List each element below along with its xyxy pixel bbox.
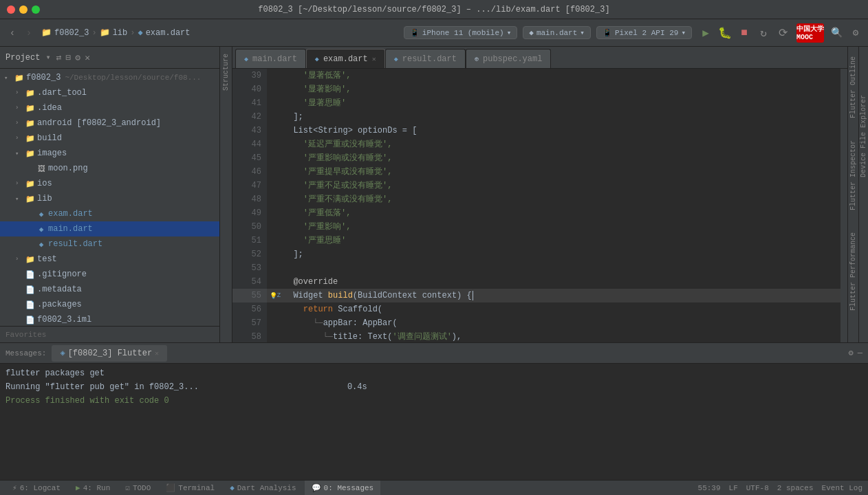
left-vertical-tabs: Structure (220, 47, 232, 342)
search-everywhere-icon[interactable]: 🔍 (829, 26, 843, 40)
breadcrumb-lib[interactable]: lib (113, 28, 128, 38)
tree-label: .gitignore (37, 270, 87, 279)
pixel-label: Pixel 2 API 29 (615, 29, 678, 37)
project-sidebar: Project ▾ ⇄ ⊟ ⚙ ✕ ▾ 📁 f0802_3 ~/Desktop/… (0, 47, 220, 342)
tree-item-test[interactable]: › 📁 test (0, 252, 219, 267)
settings-icon[interactable]: ⚙ (75, 52, 80, 63)
cursor-position[interactable]: 55:39 (698, 484, 721, 492)
tree-item-iml[interactable]: › 📄 f0802_3.iml (0, 312, 219, 326)
dart-analysis-tab[interactable]: ◆ Dart Analysis (223, 481, 303, 496)
line-num: 58 (232, 330, 267, 342)
event-log[interactable]: Event Log (822, 484, 862, 492)
debug-button[interactable]: 🐛 (717, 25, 733, 41)
indent-settings[interactable]: 2 spaces (777, 484, 814, 492)
sync-icon[interactable]: ⇄ (56, 52, 62, 63)
line-num: 53 (232, 261, 267, 275)
close-button[interactable] (7, 6, 15, 14)
reload-hot-button[interactable]: ⟳ (774, 25, 791, 41)
path-label: ~/Desktop/lesson/source/f08... (65, 74, 201, 82)
tab-exam-dart[interactable]: ◆ exam.dart ✕ (306, 49, 385, 68)
structure-tab[interactable]: Structure (221, 50, 231, 95)
expand-arrow: › (15, 104, 23, 111)
line-num: 57 (232, 316, 267, 330)
line-ending[interactable]: LF (729, 484, 738, 492)
code-line-58: └─title: Text('调查问题测试'), (283, 330, 840, 342)
terminal-tab[interactable]: ⬛ Terminal (159, 481, 221, 496)
tree-label: exam.dart (48, 209, 93, 219)
tree-item-result-dart[interactable]: › ◆ result.dart (0, 236, 219, 252)
close-sidebar-icon[interactable]: ✕ (85, 52, 90, 63)
reload-button[interactable]: ↻ (755, 25, 772, 41)
back-button[interactable]: ‹ (6, 26, 19, 40)
tree-item-build[interactable]: › 📁 build (0, 131, 219, 146)
folder-icon: 📁 (25, 255, 36, 264)
pixel-icon: 📱 (603, 28, 612, 37)
chevron-down-icon-2: ▾ (580, 28, 585, 37)
encoding[interactable]: UTF-8 (746, 484, 769, 492)
tree-item-dart_tool[interactable]: › 📁 .dart_tool (0, 85, 219, 100)
tree-item-android[interactable]: › 📁 android [f0802_3_android] (0, 116, 219, 131)
tab-label: pubspec.yaml (483, 54, 542, 64)
flutter-outline-tab[interactable]: Flutter Outline (849, 52, 858, 122)
settings-icon[interactable]: ⚙ (849, 348, 854, 358)
pixel-device-selector[interactable]: 📱 Pixel 2 API 29 ▾ (596, 26, 692, 39)
dropdown-icon[interactable]: ▾ (45, 52, 50, 63)
tree-item-f0802_3[interactable]: ▾ 📁 f0802_3 ~/Desktop/lesson/source/f08.… (0, 70, 219, 85)
dart-file-icon: ◆ (138, 28, 142, 38)
close-tab-icon[interactable]: ✕ (155, 349, 159, 358)
maximize-button[interactable] (32, 6, 40, 14)
tree-item-lib[interactable]: ▾ 📁 lib (0, 191, 219, 206)
tree-item-main-dart[interactable]: › ◆ main.dart (0, 221, 219, 236)
image-icon: 🖼 (36, 164, 47, 173)
device-selector[interactable]: 📱 iPhone 11 (mobile) ▾ (404, 26, 517, 39)
tree-item-gitignore[interactable]: › 📄 .gitignore (0, 267, 219, 282)
run-tab[interactable]: ▶ 4: Run (69, 481, 117, 496)
dart-icon: ◆ (394, 55, 398, 63)
tree-item-exam-dart[interactable]: › ◆ exam.dart (0, 206, 219, 221)
collapse-icon[interactable]: ⊟ (65, 52, 71, 63)
flutter-performance-tab[interactable]: Flutter Performance (849, 228, 858, 315)
todo-tab[interactable]: ☑ TODO (118, 481, 158, 496)
tree-label: result.dart (48, 239, 102, 249)
stop-button[interactable]: ■ (736, 25, 752, 41)
breadcrumb-root[interactable]: f0802_3 (54, 28, 89, 38)
flutter-inspector-tab[interactable]: Flutter Inspector (849, 136, 858, 214)
flutter-tab[interactable]: ◈ [f0802_3] Flutter ✕ (52, 345, 167, 362)
vertical-scrollbar[interactable] (840, 69, 847, 342)
run-button[interactable]: ▶ (697, 25, 714, 41)
tree-item-ios[interactable]: › 📁 ios (0, 176, 219, 191)
breakpoint-indicator: 💡Z (267, 289, 283, 302)
tree-item-images[interactable]: ▾ 📁 images (0, 146, 219, 161)
line-number-gutter: 39 40 41 42 43 44 45 46 47 48 49 50 51 5… (232, 69, 267, 342)
run-config-selector[interactable]: ◆ main.dart ▾ (523, 26, 591, 39)
tree-item-idea[interactable]: › 📁 .idea (0, 100, 219, 116)
breadcrumb-file[interactable]: exam.dart (146, 28, 191, 38)
breadcrumb: 📁 f0802_3 › 📁 lib › ◆ exam.dart (41, 28, 190, 38)
todo-icon: ☑ (125, 483, 130, 492)
fold-space (267, 138, 283, 151)
toolbar: ‹ › 📁 f0802_3 › 📁 lib › ◆ exam.dart 📱 iP… (0, 19, 868, 47)
toolbar-right: 📱 iPhone 11 (mobile) ▾ ◆ main.dart ▾ 📱 P… (404, 23, 862, 43)
code-line-55: Widget build(BuildContext context) { (283, 289, 840, 302)
tab-result-dart[interactable]: ◆ result.dart (385, 49, 466, 68)
settings-icon[interactable]: ⚙ (849, 26, 862, 40)
todo-label: TODO (133, 484, 151, 492)
folder-icon: 📁 (25, 149, 36, 158)
code-editor[interactable]: 39 40 41 42 43 44 45 46 47 48 49 50 51 5… (232, 69, 847, 342)
minimize-button[interactable] (19, 6, 28, 14)
tree-item-metadata[interactable]: › 📄 .metadata (0, 282, 219, 297)
messages-tab[interactable]: 💬 0: Messages (305, 481, 381, 496)
tree-item-packages[interactable]: › 📄 .packages (0, 297, 219, 312)
logcat-tab[interactable]: ⚡ 6: Logcat (6, 481, 67, 496)
dart-icon: ◆ (230, 483, 235, 492)
forward-button[interactable]: › (22, 26, 36, 40)
tree-item-moon-png[interactable]: › 🖼 moon.png (0, 161, 219, 176)
minimize-panel-icon[interactable]: — (858, 349, 862, 358)
tab-main-dart[interactable]: ◆ main.dart (235, 49, 306, 68)
close-tab-icon[interactable]: ✕ (372, 55, 376, 63)
tab-pubspec-yaml[interactable]: ⊕ pubspec.yaml (466, 49, 551, 68)
device-file-explorer-tab[interactable]: Device File Explorer (859, 91, 868, 182)
code-line-47: '严重不足或没有睡觉', (283, 179, 840, 192)
editor-area: ◆ main.dart ◆ exam.dart ✕ ◆ result.dart … (232, 47, 847, 342)
fold-space (267, 96, 283, 110)
